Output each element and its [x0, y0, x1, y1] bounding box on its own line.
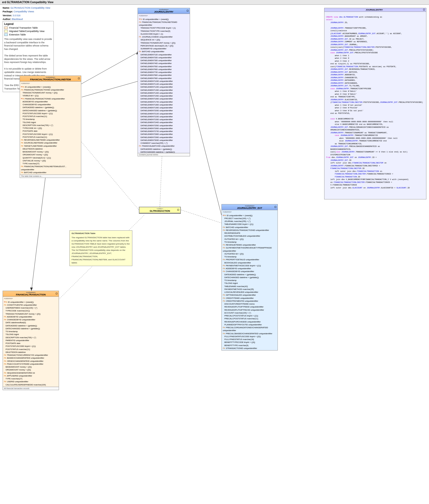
entity-ftli-expand[interactable]: ▢ — [78, 77, 80, 79]
entity-ftli-columns: «columns» *PK ID uniqueidentifier = (new… — [20, 82, 81, 174]
svg-line-8 — [190, 92, 221, 215]
sql-panel: JOURNALENTRY ▢ CREATE view dbo.GLTRANSAC… — [324, 8, 426, 199]
note-title: GLTRANSACTION Table — [72, 232, 130, 235]
entity-je-ext-title: JOURNALENTRY_EXT — [223, 207, 276, 209]
entity-journalentry-footer: Contains journal entries — [138, 153, 190, 156]
entity-journalentry: «columns» JOURNALENTRY ▢ «columns» *PK I… — [138, 8, 190, 156]
entity-fin-trans-columns: «columns» *PK ID uniqueidentifier = (new… — [3, 297, 59, 387]
sql-panel-expand[interactable]: ▢ — [423, 8, 425, 11]
entity-gltransaction-title: GLTRANSACTION — [140, 210, 179, 212]
svg-line-1 — [181, 210, 221, 223]
svg-line-4 — [81, 52, 138, 84]
entity-gltransaction-header: «vI/Mts» GLTRANSACTION ▢ — [139, 207, 180, 213]
entity-je-ext-header: «columns» JOURNALENTRY_EXT ▢ — [222, 204, 278, 210]
sql-header: JOURNALENTRY ▢ — [324, 8, 426, 12]
entity-journalentry-ext: «columns» JOURNALENTRY_EXT ▢ «columns» *… — [221, 204, 278, 351]
entity-fin-trans-header: «columns» FINANCIALTRANSACTION ▢ — [3, 291, 59, 297]
legend-label-extension: Extension Table — [9, 33, 26, 36]
entity-ftli-title: FINANCIALTRANSACTIONLINEITEM — [21, 78, 80, 81]
entity-financialtransaction: «columns» FINANCIALTRANSACTION ▢ «column… — [3, 291, 59, 390]
legend-item-extension: Extension Table — [4, 33, 52, 36]
legend-title: Legend — [4, 23, 52, 25]
entity-journalentry-header: «columns» JOURNALENTRY ▢ — [138, 8, 190, 14]
entity-je-ext-expand[interactable]: ▢ — [274, 206, 276, 208]
svg-line-9 — [82, 81, 138, 97]
legend-color-extension — [4, 33, 8, 36]
entity-gltransaction-expand[interactable]: ▢ — [177, 209, 179, 211]
legend-color-financial — [4, 26, 8, 29]
note-text: The migrated GLTRANSACTION table has bee… — [72, 236, 130, 264]
window-title-bar: erd GLTRANSACTION Compatibility View — [0, 0, 429, 5]
entity-fin-trans-footer: All financial transaction records — [3, 387, 59, 390]
window-title: erd GLTRANSACTION Compatibility View — [2, 1, 53, 4]
entity-je-ext-columns: «columns» *PK ID uniqueidentifier = (new… — [222, 210, 278, 350]
entity-fin-trans-expand[interactable]: ▢ — [56, 292, 58, 295]
note-gltransaction: GLTRANSACTION Table The migrated GLTRANS… — [69, 230, 132, 266]
entity-journalentry-title: JOURNALENTRY — [139, 10, 189, 13]
entity-fin-trans-title: FINANCIALTRANSACTION — [4, 293, 58, 296]
svg-marker-7 — [30, 288, 33, 291]
sql-content[interactable]: CREATE view dbo.GLTRANSACTION with schem… — [324, 12, 426, 197]
legend-label-financial: Financial Transaction Table — [9, 26, 38, 29]
legend-item-financial: Financial Transaction Table — [4, 26, 52, 29]
entity-ftli-footer: The table that contains a... — [20, 174, 81, 178]
legend-item-migrated: Migrated Table/Compatibility View — [4, 30, 52, 33]
svg-line-2 — [81, 142, 139, 210]
entity-journalentry-columns: «columns» *PK ID uniqueidentifier = (new… — [138, 14, 190, 153]
entity-ftli-header: «columns» FINANCIALTRANSACTIONLINEITEM ▢ — [20, 76, 81, 82]
entity-gltransaction: «vI/Mts» GLTRANSACTION ▢ — [139, 207, 181, 214]
legend-label-migrated: Migrated Table/Compatibility View — [9, 30, 45, 33]
legend-color-migrated — [4, 30, 8, 33]
entity-ftli: «columns» FINANCIALTRANSACTIONLINEITEM ▢… — [20, 76, 81, 178]
entity-journalentry-expand[interactable]: ▢ — [187, 9, 189, 12]
